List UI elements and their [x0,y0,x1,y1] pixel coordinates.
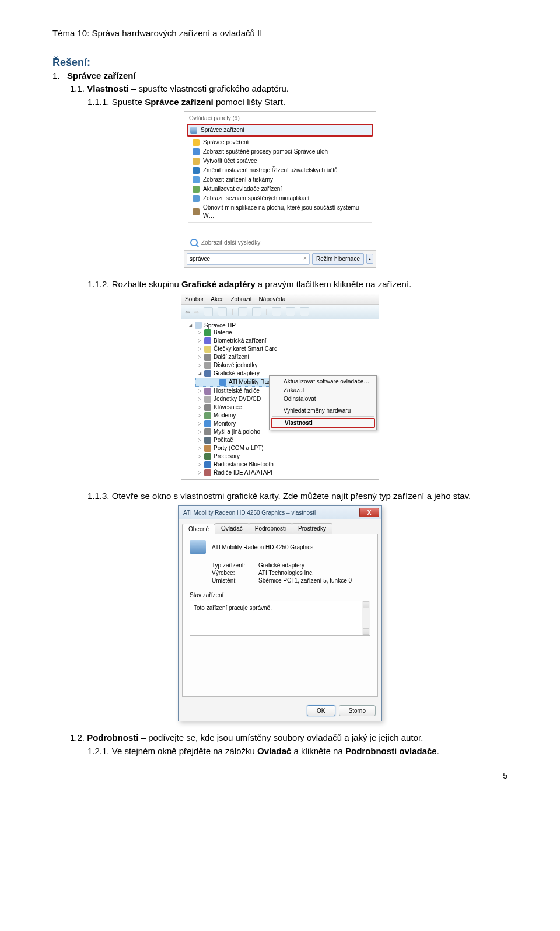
close-button[interactable]: X [359,508,379,517]
label: Porty (COM a LPT) [214,444,264,452]
menu-item[interactable]: Soubor [185,296,204,302]
start-result-item[interactable]: Správce pověření [184,138,376,147]
start-result-item[interactable]: Aktualizovat ovladače zařízení [184,184,376,194]
tab[interactable]: Podrobnosti [249,523,292,534]
start-result-item[interactable]: Zobrazit seznam spuštěných miniaplikací [184,194,376,203]
tab[interactable]: Ovladač [215,523,249,534]
context-menu-item[interactable]: Aktualizovat software ovladače… [270,377,376,386]
start-result-item[interactable]: Obnovit miniaplikace na plochu, které js… [184,203,376,221]
shutdown-button[interactable]: Režim hibernace [312,253,364,265]
item-1-1-3: 1.1.3. Otevře se okno s vlastnostmi graf… [88,490,508,502]
tab[interactable]: Prostředky [292,523,332,534]
clear-icon[interactable]: × [303,254,307,263]
expand-icon[interactable]: ▷ [197,413,202,419]
label: Vytvořit účet správce [203,157,257,165]
tree-root[interactable]: ◢ Spravce-HP [184,322,376,329]
expand-icon[interactable]: ▷ [197,339,202,344]
tree-category[interactable]: ▷Počítač [184,436,376,444]
result-icon [192,167,200,174]
collapse-icon[interactable]: ◢ [187,323,192,328]
label: Režim hibernace [316,255,360,263]
expand-icon[interactable]: ▷ [197,397,202,402]
ok-button[interactable]: OK [307,705,335,716]
search-icon [190,239,198,246]
context-menu-item[interactable]: Zakázat [270,386,376,395]
toolbar-btn[interactable] [272,307,281,316]
label: Radiostanice Bluetooth [214,461,274,469]
search-input[interactable]: správce × [187,253,310,265]
tree-category[interactable]: ▷Řadiče IDE ATA/ATAPI [184,469,376,477]
expand-icon[interactable]: ▷ [197,454,202,459]
expand-icon[interactable]: ▷ [197,421,202,427]
more-results-link[interactable]: Zobrazit další výsledky [184,235,376,250]
toolbar-btn[interactable] [286,307,295,316]
expand-icon[interactable]: ◢ [197,371,202,376]
start-result-highlighted[interactable]: Správce zařízení [187,124,373,137]
tree-category[interactable]: ▷Diskové jednotky [184,361,376,369]
start-result-item[interactable]: Zobrazit zařízení a tiskárny [184,175,376,184]
expand-icon[interactable]: ▷ [197,470,202,476]
scrollbar[interactable] [362,601,370,635]
tree-category[interactable]: ▷Baterie [184,329,376,337]
tree-category[interactable]: ▷Další zařízení [184,353,376,361]
scroll-down-icon[interactable] [363,628,369,635]
status-text: Toto zařízení pracuje správně. [194,605,272,611]
label: Klávesnice [214,403,242,412]
shutdown-menu-arrow[interactable]: ▸ [366,254,373,264]
menu-item[interactable]: Akce [211,296,223,302]
label: Grafické adaptéry [214,369,260,378]
start-result-item[interactable]: Změnit nastavení nástroje Řízení uživate… [184,166,376,175]
tab[interactable]: Obecné [182,524,215,534]
menu-item[interactable]: Zobrazit [230,296,251,302]
expand-icon[interactable]: ▷ [197,363,202,368]
num: 1. [52,71,60,81]
context-menu-item[interactable]: Vyhledat změny hardwaru [270,406,376,415]
expand-icon[interactable]: ▷ [197,405,202,410]
solution-heading: Řešení: [52,57,508,69]
expand-icon[interactable]: ▷ [197,330,202,336]
menubar: SouborAkceZobrazitNápověda [181,294,379,305]
toolbar-btn[interactable] [218,307,227,316]
cancel-button[interactable]: Storno [339,705,376,716]
expand-icon[interactable]: ▷ [197,462,202,468]
category-icon [204,337,211,344]
toolbar-btn[interactable] [252,307,261,316]
tc: . [437,746,439,756]
toolbar-btn[interactable] [300,307,309,316]
category-icon [204,354,211,361]
expand-icon[interactable]: ▷ [197,347,202,352]
label: Zobrazit spuštěné procesy pomocí Správce… [203,148,328,156]
result-icon [192,139,200,146]
tb: pomocí lišty Start. [214,97,285,107]
label: Baterie [214,329,232,337]
toolbar-btn[interactable] [204,307,213,316]
status-textbox: Toto zařízení pracuje správně. [190,601,370,636]
tree-category[interactable]: ▷Biometrická zařízení [184,337,376,345]
expand-icon[interactable]: ▷ [197,389,202,394]
status-group: Stav zařízení Toto zařízení pracuje sprá… [190,592,370,636]
tree-category[interactable]: ▷Radiostanice Bluetooth [184,461,376,469]
bold: Vlastnosti [87,83,129,93]
start-result-item[interactable]: Zobrazit spuštěné procesy pomocí Správce… [184,147,376,156]
expand-icon[interactable]: ▷ [197,355,202,360]
category-icon [204,396,211,403]
tree-category[interactable]: ▷Procesory [184,452,376,461]
expand-icon[interactable]: ▷ [197,446,202,451]
tree-category[interactable]: ▷Porty (COM a LPT) [184,444,376,452]
label: Správce zařízení [201,126,244,134]
expand-icon[interactable]: ▷ [197,430,202,435]
fwd-icon[interactable]: ⇨ [194,309,199,315]
toolbar: ⇦ ⇨ | | [181,305,379,319]
menu-item[interactable]: Nápověda [259,296,286,302]
context-menu-item[interactable]: Odinstalovat [270,395,376,403]
start-result-item[interactable]: Vytvořit účet správce [184,156,376,166]
screenshot-device-manager: SouborAkceZobrazitNápověda ⇦ ⇨ | | ◢ Spr… [52,294,508,480]
category-icon [204,346,211,353]
back-icon[interactable]: ⇦ [185,309,190,315]
expand-icon[interactable]: ▷ [197,438,202,443]
toolbar-btn[interactable] [238,307,247,316]
scroll-up-icon[interactable] [363,601,369,608]
context-menu-item-properties[interactable]: Vlastnosti [271,418,375,428]
separator [272,405,374,405]
tree-category[interactable]: ▷Čtečky karet Smart Card [184,345,376,353]
